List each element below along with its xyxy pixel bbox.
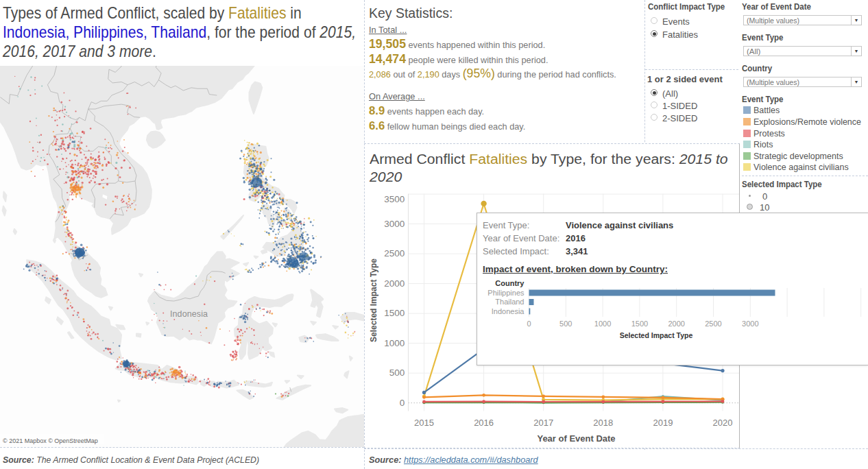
svg-text:2000: 2000 (668, 320, 684, 328)
svg-text:Philippines: Philippines (487, 289, 525, 297)
svg-text:2019: 2019 (653, 418, 673, 428)
svg-text:2500: 2500 (705, 320, 721, 328)
svg-text:3500: 3500 (384, 194, 405, 204)
svg-text:500: 500 (559, 320, 572, 328)
svg-text:2000: 2000 (384, 278, 405, 289)
svg-text:2500: 2500 (384, 248, 405, 258)
svg-text:2020: 2020 (713, 418, 733, 428)
svg-text:Selected Impact Type: Selected Impact Type (620, 331, 693, 339)
svg-text:1000: 1000 (384, 338, 405, 348)
svg-text:2015: 2015 (414, 418, 434, 428)
svg-text:3000: 3000 (384, 219, 405, 229)
svg-text:2018: 2018 (593, 418, 613, 428)
svg-text:Selected Impact Type: Selected Impact Type (369, 258, 378, 342)
svg-text:2016: 2016 (474, 418, 494, 428)
svg-text:Indonesia: Indonesia (170, 309, 208, 319)
svg-text:Thailand: Thailand (495, 298, 524, 306)
svg-text:Indonesia: Indonesia (492, 307, 525, 315)
svg-text:500: 500 (389, 368, 405, 378)
svg-text:1000: 1000 (594, 320, 611, 328)
svg-text:Year of Event Date: Year of Event Date (537, 433, 615, 444)
svg-text:Country: Country (495, 280, 525, 287)
svg-text:0: 0 (527, 320, 531, 328)
svg-text:1500: 1500 (384, 308, 405, 318)
svg-text:0: 0 (400, 398, 405, 408)
svg-text:© 2021 Mapbox © OpenStreetMap: © 2021 Mapbox © OpenStreetMap (3, 437, 98, 444)
svg-text:2017: 2017 (533, 418, 553, 428)
svg-text:1500: 1500 (631, 320, 648, 328)
svg-text:3000: 3000 (742, 320, 758, 328)
